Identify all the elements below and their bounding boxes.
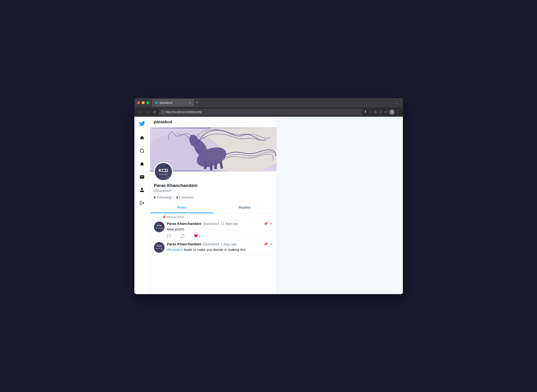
menu-icon[interactable]: ⋮ xyxy=(396,110,400,115)
like-count-pinned: 1 xyxy=(199,234,201,238)
pinned-text: Pinned Post xyxy=(167,215,184,219)
post-author-pinned: Paras Khanchandani xyxy=(167,222,201,225)
like-action-pinned[interactable]: 1 xyxy=(194,234,201,238)
sidebar-item-notifications[interactable] xyxy=(136,158,148,169)
close-post-button-pinned[interactable]: ✕ xyxy=(270,222,273,225)
post-footer-pinned: 1 xyxy=(167,234,273,238)
post-header-pinned: Paras Khanchandani @paraskcd 11 days ago… xyxy=(167,222,273,226)
post-body-pinned: Paras Khanchandani @paraskcd 11 days ago… xyxy=(167,222,273,238)
pinned-post: KCDDESIGNS Paras Khanchandani @paraskcd … xyxy=(150,220,276,240)
avatar-subtitle: DESIGNS xyxy=(159,174,168,175)
camera-icon[interactable]: ◎ xyxy=(374,110,377,115)
profile-name: Paras Khanchandani xyxy=(154,183,273,188)
user-avatar-icon[interactable] xyxy=(389,110,394,115)
browser-content: paraskcd xyxy=(134,117,403,294)
following-stat[interactable]: 5 Following xyxy=(154,195,171,199)
active-tab[interactable]: paraskcd ✕ xyxy=(152,99,194,107)
twitter-logo[interactable] xyxy=(139,121,145,129)
sidebar-item-profile[interactable] xyxy=(136,184,148,196)
pinned-label: 📌 Pinned Post xyxy=(150,213,276,220)
tab-title: paraskcd xyxy=(160,101,172,104)
profile-tabs: Posts Replies xyxy=(150,202,276,213)
avatar-placeholder: KCD DESIGNS xyxy=(155,163,172,180)
post-avatar-pinned: KCDDESIGNS xyxy=(154,222,165,232)
followers-label: Followers xyxy=(179,195,194,199)
traffic-lights xyxy=(137,101,149,104)
profile-handle: @paraskcd xyxy=(154,189,273,192)
url-bar[interactable]: http://localhost:3000/profile xyxy=(159,109,362,115)
sidebar-item-logout[interactable] xyxy=(136,197,148,209)
sidebar-item-home[interactable] xyxy=(136,132,148,144)
heart-icon xyxy=(194,234,198,238)
tab-posts[interactable]: Posts xyxy=(150,202,213,213)
post-top-actions-pinned: 📌 ✕ xyxy=(264,222,273,226)
tab-chevron-icon: ⌄ xyxy=(396,101,400,104)
close-post-button-2[interactable]: ✕ xyxy=(270,242,273,246)
sidebar xyxy=(134,117,150,294)
address-actions: ⬆ ☆ ◎ ⬡ ▭ ⋮ xyxy=(364,110,400,115)
avatar-area: KCD DESIGNS xyxy=(150,162,276,181)
svg-point-1 xyxy=(140,149,144,152)
post-hashtag-2[interactable]: #Boredom xyxy=(167,248,183,252)
retweet-icon xyxy=(181,234,185,238)
tab-close-button[interactable]: ✕ xyxy=(189,101,191,104)
retweet-action-pinned[interactable] xyxy=(181,234,185,238)
pinned-post-container: 📌 Pinned Post KCDDESIGNS Paras Khanchand… xyxy=(150,213,276,240)
tab-bar: paraskcd ✕ + ⌄ xyxy=(152,99,400,107)
comment-action-pinned[interactable] xyxy=(167,234,171,238)
profile-page-title: paraskcd xyxy=(150,117,276,127)
post-body-2: Paras Khanchandani @paraskcd 1 days ago … xyxy=(167,242,273,253)
right-panel xyxy=(277,117,403,294)
post-text-2: #Boredom leads to make you decide in mak… xyxy=(167,247,273,252)
browser-window: paraskcd ✕ + ⌄ ← → ↺ http://localhost:30… xyxy=(134,98,403,294)
post-avatar-2: KCDDESIGNS xyxy=(154,242,165,253)
post-time-pinned: 11 days ago xyxy=(221,222,238,225)
post-top-actions-2: 📌 ✕ xyxy=(264,242,273,246)
post-time-2: 1 days ago xyxy=(221,242,237,246)
avatar-initials: KCD xyxy=(158,168,168,173)
refresh-button[interactable]: ↺ xyxy=(152,109,157,115)
sidebar-toggle-icon[interactable]: ▭ xyxy=(384,110,388,115)
profile-content: paraskcd xyxy=(150,117,277,294)
post-header-2: Paras Khanchandani @paraskcd 1 days ago … xyxy=(167,242,273,246)
close-traffic-light[interactable] xyxy=(137,101,140,104)
address-bar: ← → ↺ http://localhost:3000/profile ⬆ ☆ … xyxy=(134,107,403,117)
comment-icon xyxy=(167,234,171,238)
tab-replies[interactable]: Replies xyxy=(213,202,276,213)
following-count: 5 xyxy=(154,195,156,199)
pin-icon: 📌 xyxy=(162,215,166,219)
post2: KCDDESIGNS Paras Khanchandani @paraskcd … xyxy=(150,240,276,255)
avatar: KCD DESIGNS xyxy=(154,162,173,181)
url-text: http://localhost:3000/profile xyxy=(166,110,202,114)
title-bar: paraskcd ✕ + ⌄ xyxy=(134,98,403,107)
bookmark-icon[interactable]: ☆ xyxy=(369,110,372,115)
pin-action-icon-2[interactable]: 📌 xyxy=(264,242,268,246)
maximize-traffic-light[interactable] xyxy=(146,101,149,104)
post-handle-2: @paraskcd xyxy=(203,242,219,246)
post-author-2: Paras Khanchandani xyxy=(167,242,201,246)
back-button[interactable]: ← xyxy=(137,109,143,115)
profile-info: Paras Khanchandani @paraskcd 5 Following… xyxy=(150,181,276,199)
following-label: Following xyxy=(157,195,171,199)
sidebar-item-search[interactable] xyxy=(136,145,148,156)
post2-container: KCDDESIGNS Paras Khanchandani @paraskcd … xyxy=(150,240,276,255)
forward-button[interactable]: → xyxy=(145,109,150,115)
profile-stats: 5 Following 3 Followers xyxy=(154,195,273,199)
pin-action-icon[interactable]: 📌 xyxy=(264,222,268,226)
share-icon[interactable]: ⬆ xyxy=(364,110,367,115)
followers-stat[interactable]: 3 Followers xyxy=(176,195,194,199)
minimize-traffic-light[interactable] xyxy=(142,101,145,104)
post-text-suffix-2: leads to make you decide in making this xyxy=(183,248,246,252)
sidebar-item-messages[interactable] xyxy=(136,171,148,182)
post-text-pinned: New post!!! xyxy=(167,227,273,232)
new-tab-button[interactable]: + xyxy=(196,100,198,105)
followers-count: 3 xyxy=(176,195,178,199)
post-handle-pinned: @paraskcd xyxy=(203,222,219,225)
secure-icon xyxy=(161,110,164,114)
extensions-icon[interactable]: ⬡ xyxy=(379,110,382,115)
